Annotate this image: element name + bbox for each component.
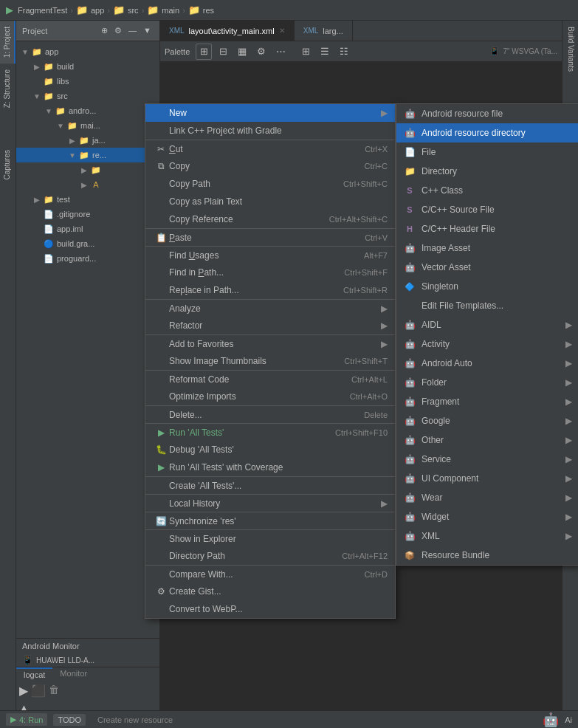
sidebar-item-structure[interactable]: Z: Structure [0,63,16,114]
sidebar-item-build-variants[interactable]: Build Variants [562,21,578,78]
bc-main[interactable]: main [162,6,179,15]
sub-activity[interactable]: 🤖 Activity ▶ [396,334,578,354]
ctx-copy-path[interactable]: Copy Path Ctrl+Shift+C [145,175,395,193]
sub-ui-component[interactable]: 🤖 UI Component ▶ [396,469,578,488]
ai-icon[interactable]: 🤖 [543,712,559,728]
ctx-run-tests[interactable]: ▶ Run 'All Tests' Ctrl+Shift+F10 [145,423,395,441]
sub-vector-asset[interactable]: 🤖 Vector Asset [396,258,578,277]
tree-item-test[interactable]: ▶ 📁 test [16,192,159,207]
sub-singleton[interactable]: 🔷 Singleton [396,277,578,296]
tree-item-libs[interactable]: 📁 libs [16,74,159,89]
palette-btn-grid1[interactable]: ⊞ [196,44,212,60]
ctx-show-thumbnails[interactable]: Show Image Thumbnails Ctrl+Shift+T [145,352,395,370]
logcat-btn3[interactable]: 🗑 [49,684,59,698]
tab-close-icon[interactable]: ✕ [279,27,285,35]
sub-cpp-class[interactable]: S C++ Class [396,181,578,200]
tree-item-build[interactable]: ▶ 📁 build [16,59,159,74]
bc-src[interactable]: src [128,6,139,15]
logcat-tab[interactable]: logcat [16,667,52,681]
sub-fragment[interactable]: 🤖 Fragment ▶ [396,392,578,411]
bc-res[interactable]: res [203,6,214,15]
tree-item-res[interactable]: ▼ 📁 re... [16,148,159,162]
bc-fragmenttest[interactable]: FragmentTest [18,6,67,15]
sub-android-res-dir[interactable]: 🤖 Android resource directory [396,123,578,142]
tree-item-res-sub1[interactable]: ▶ 📁 [16,162,159,177]
sub-folder[interactable]: 🤖 Folder ▶ [396,373,578,392]
panel-btn-collapse[interactable]: — [126,25,139,36]
sub-google[interactable]: 🤖 Google ▶ [396,411,578,430]
sub-wear[interactable]: 🤖 Wear ▶ [396,488,578,507]
logcat-btn2[interactable]: ⬛ [31,684,46,698]
ctx-refactor[interactable]: Refactor ▶ [145,317,395,334]
sub-resource-bundle[interactable]: 📦 Resource Bundle [396,546,578,565]
sub-widget[interactable]: 🤖 Widget ▶ [396,507,578,526]
panel-btn-chevron[interactable]: ▼ [141,25,154,36]
logcat-btn1[interactable]: ▶ [19,684,28,698]
tree-item-src[interactable]: ▼ 📁 src [16,89,159,103]
tree-item-appiml[interactable]: 📄 app.iml [16,222,159,236]
ctx-run-coverage[interactable]: ▶ Run 'All Tests' with Coverage [145,459,395,476]
sub-other[interactable]: 🤖 Other ▶ [396,430,578,450]
tree-item-buildgradle[interactable]: 🔵 build.gra... [16,236,159,251]
tree-item-res-sub2[interactable]: ▶ A [16,177,159,192]
palette-btn-more[interactable]: ⋯ [272,44,289,60]
palette-btn-grid2[interactable]: ⊟ [215,44,231,60]
ctx-show-explorer[interactable]: Show in Explorer [145,529,395,547]
ctx-paste[interactable]: 📋 Paste Ctrl+V [145,228,395,246]
ctx-replace-path[interactable]: Replace in Path... Ctrl+Shift+R [145,281,395,299]
sub-aidl[interactable]: 🤖 AIDL ▶ [396,315,578,334]
sidebar-item-captures[interactable]: Captures [0,144,16,186]
palette-btn-grid3[interactable]: ▦ [234,44,250,60]
sidebar-item-project[interactable]: 1: Project [0,21,16,63]
tree-item-gitignore[interactable]: 📄 .gitignore [16,207,159,222]
ctx-synchronize[interactable]: 🔄 Synchronize 'res' [145,512,395,529]
bc-app[interactable]: app [91,6,104,15]
ctx-find-usages[interactable]: Find Usages Alt+F7 [145,246,395,264]
ctx-convert-webp[interactable]: Convert to WebP... [145,600,395,618]
ctx-delete[interactable]: Delete... Delete [145,405,395,423]
sub-xml[interactable]: 🤖 XML ▶ [396,526,578,546]
ctx-analyze[interactable]: Analyze ▶ [145,299,395,317]
ctx-find-path[interactable]: Find in Path... Ctrl+Shift+F [145,264,395,281]
editor-tab-main[interactable]: XML layout\activity_main.xml ✕ [160,21,295,41]
sub-cpp-source[interactable]: S C/C++ Source File [396,200,578,219]
monitor-tab[interactable]: Monitor [52,667,94,681]
ctx-reformat[interactable]: Reformat Code Ctrl+Alt+L [145,370,395,388]
panel-btn-sync[interactable]: ⊕ [99,25,110,36]
sub-android-res-file[interactable]: 🤖 Android resource file [396,104,578,123]
ctx-debug-tests[interactable]: 🐛 Debug 'All Tests' [145,441,395,459]
sub-android-auto[interactable]: 🤖 Android Auto ▶ [396,354,578,373]
sub-edit-templates[interactable]: Edit File Templates... [396,296,578,315]
tree-item-main[interactable]: ▼ 📁 mai... [16,118,159,133]
tree-item-android[interactable]: ▼ 📁 andro... [16,103,159,118]
ctx-copy[interactable]: ⧉ Copy Ctrl+C [145,157,395,175]
ctx-compare[interactable]: Compare With... Ctrl+D [145,565,395,583]
ctx-new[interactable]: New ▶ [145,104,395,122]
ctx-copy-plain[interactable]: Copy as Plain Text [145,193,395,210]
run-btn[interactable]: ▶ 4: Run [6,713,47,726]
ctx-dir-path[interactable]: Directory Path Ctrl+Alt+F12 [145,547,395,565]
tree-item-proguard[interactable]: 📄 proguard... [16,251,159,266]
ctx-copy-ref[interactable]: Copy Reference Ctrl+Alt+Shift+C [145,210,395,228]
ctx-create-gist[interactable]: ⚙ Create Gist... [145,583,395,600]
editor-tab-large[interactable]: XML larg... [295,21,353,41]
tree-item-java[interactable]: ▶ 📁 ja... [16,133,159,148]
sub-service[interactable]: 🤖 Service ▶ [396,450,578,469]
tree-item-app[interactable]: ▼ 📁 app [16,44,159,59]
palette-btn-settings[interactable]: ⚙ [253,44,269,60]
sub-image-asset[interactable]: 🤖 Image Asset [396,238,578,258]
ctx-optimize[interactable]: Optimize Imports Ctrl+Alt+O [145,388,395,405]
ctx-add-favorites[interactable]: Add to Favorites ▶ [145,334,395,352]
sub-directory[interactable]: 📁 Directory [396,162,578,181]
sub-file[interactable]: 📄 File [396,142,578,162]
palette-view-btn1[interactable]: ⊞ [297,44,314,60]
panel-btn-settings[interactable]: ⚙ [112,25,124,36]
ctx-create-tests[interactable]: Create 'All Tests'... [145,476,395,494]
palette-view-btn3[interactable]: ☷ [336,44,352,60]
ctx-local-history[interactable]: Local History ▶ [145,494,395,512]
ctx-cut[interactable]: ✂ Cut Ctrl+X [145,140,395,157]
todo-btn[interactable]: TODO [53,714,86,726]
sub-cpp-header[interactable]: H C/C++ Header File [396,219,578,238]
palette-view-btn2[interactable]: ☰ [317,44,333,60]
ctx-link-cpp[interactable]: Link C++ Project with Gradle [145,122,395,140]
